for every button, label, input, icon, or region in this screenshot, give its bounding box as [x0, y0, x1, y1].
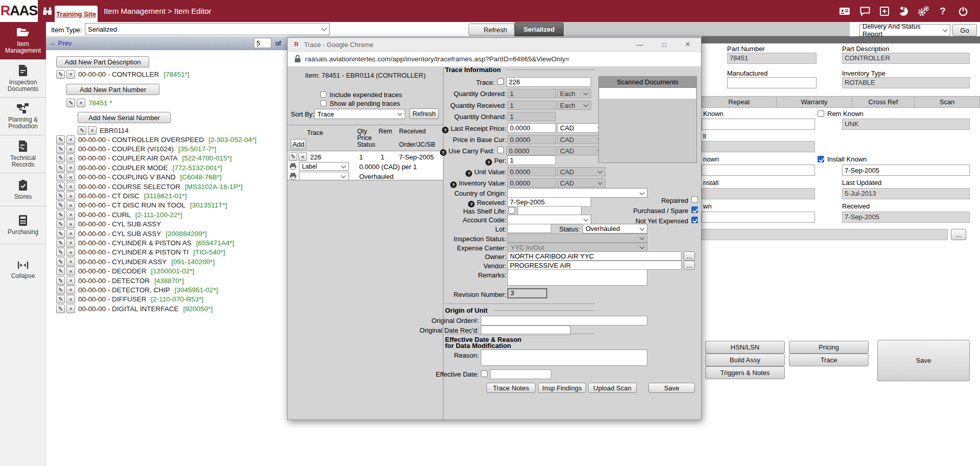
purchased-spare-checkbox[interactable] [691, 206, 698, 213]
include-expended-checkbox[interactable] [320, 91, 326, 98]
edit-icon[interactable]: ✎ [56, 295, 65, 304]
settings-gears-icon[interactable] [917, 5, 930, 18]
delete-icon[interactable]: × [66, 145, 75, 153]
qty-received-unit-select[interactable]: Each [557, 101, 591, 110]
delete-icon[interactable]: × [66, 182, 75, 191]
id-card-icon[interactable] [838, 5, 851, 18]
go-button[interactable]: Go [952, 24, 977, 36]
per-input[interactable] [507, 155, 556, 165]
edit-icon[interactable]: ✎ [66, 99, 75, 107]
delete-icon[interactable]: × [66, 258, 75, 266]
effective-date-input[interactable] [490, 369, 551, 379]
install-known-date-input[interactable] [842, 165, 970, 176]
edit-icon[interactable]: ✎ [56, 145, 65, 153]
delete-icon[interactable]: × [66, 229, 75, 238]
trace-button[interactable]: Trace [789, 354, 869, 366]
help-icon[interactable]: ? [465, 170, 472, 177]
edit-icon[interactable]: ✎ [56, 229, 65, 238]
label-print-select[interactable]: Label [299, 162, 349, 171]
edit-icon[interactable]: ✎ [56, 201, 65, 209]
delete-icon[interactable]: × [66, 305, 75, 313]
header-cell-warranty[interactable]: Warranty [777, 96, 852, 108]
manufactured-input[interactable] [727, 77, 816, 88]
add-window-icon[interactable] [878, 5, 891, 18]
sidebar-item-collapse[interactable]: Collapse [0, 254, 46, 285]
owner-input[interactable] [507, 251, 682, 261]
revision-input[interactable]: 3 [507, 288, 547, 298]
delete-icon[interactable]: × [77, 99, 85, 107]
known-input[interactable] [702, 119, 815, 130]
chat-icon[interactable] [858, 5, 872, 18]
help-icon[interactable]: ? [450, 181, 457, 188]
power-icon[interactable] [956, 5, 970, 18]
delete-icon[interactable]: × [66, 220, 75, 228]
binoculars-icon[interactable] [41, 5, 54, 18]
delete-icon[interactable]: × [66, 267, 75, 275]
pricing-button[interactable]: Pricing [789, 341, 869, 354]
delete-icon[interactable]: × [66, 154, 75, 162]
show-pending-checkbox[interactable] [320, 100, 326, 106]
build-assy-button[interactable]: Build Assy [705, 354, 785, 366]
sidebar-item-technical-records[interactable]: Technical Records [0, 135, 46, 173]
edit-icon[interactable]: ✎ [56, 135, 65, 144]
add-serial-number-button[interactable]: Add New Serial Number [78, 112, 171, 123]
save-button[interactable]: Save [877, 340, 970, 381]
help-icon[interactable]: ? [936, 5, 949, 18]
header-cell-scan[interactable]: Scan [915, 96, 980, 108]
sort-by-select[interactable]: Trace [314, 109, 405, 119]
delete-icon[interactable]: × [298, 152, 307, 161]
trace-input[interactable] [506, 77, 591, 87]
edit-icon[interactable]: ✎ [56, 211, 65, 219]
header-cell-crossref[interactable]: Cross Ref [852, 96, 915, 108]
remarks-textarea[interactable] [507, 269, 647, 286]
delete-icon[interactable]: × [66, 164, 75, 172]
not-yet-expensed-checkbox[interactable] [691, 217, 698, 223]
qty-ordered-unit-select[interactable]: Each [557, 89, 591, 98]
trace-notes-button[interactable]: Trace Notes [486, 383, 535, 393]
sidebar-item-purchasing[interactable]: Purchasing [0, 206, 46, 244]
insp-findings-button[interactable]: Insp Findings [538, 383, 586, 393]
delete-icon[interactable]: × [66, 201, 75, 209]
status-select[interactable]: Overhauled [582, 224, 647, 234]
delete-icon[interactable]: × [66, 173, 75, 181]
edit-icon[interactable]: ✎ [56, 173, 65, 181]
dialog-save-button[interactable]: Save [648, 383, 695, 393]
edit-icon[interactable]: ✎ [56, 70, 65, 79]
delete-icon[interactable]: × [66, 276, 75, 285]
delete-icon[interactable]: × [66, 211, 75, 219]
inspection-status-select[interactable] [507, 234, 647, 243]
print-icon[interactable] [289, 172, 297, 181]
edit-icon[interactable]: ✎ [56, 154, 65, 162]
item-type-select[interactable]: Serialized [85, 23, 330, 35]
triggers-notes-button[interactable]: Triggers & Notes [705, 366, 785, 379]
sidebar-item-inspection-documents[interactable]: Inspection Documents [0, 60, 46, 98]
known-date-input[interactable] [702, 165, 815, 176]
delete-icon[interactable]: × [66, 192, 75, 200]
edit-icon[interactable]: ✎ [56, 286, 65, 294]
trace-checkbox[interactable] [497, 78, 504, 85]
edit-icon[interactable]: ✎ [56, 248, 65, 257]
edit-icon[interactable]: ✎ [56, 276, 65, 285]
help-icon[interactable]: ? [485, 159, 492, 166]
reason-textarea[interactable] [481, 350, 647, 366]
account-code-select[interactable] [507, 215, 591, 224]
maximize-button[interactable]: □ [658, 39, 671, 50]
carry-fwd-checkbox[interactable] [497, 147, 504, 153]
sidebar-item-stores[interactable]: Stores [0, 173, 46, 206]
last-receipt-price-input[interactable] [507, 123, 556, 133]
delete-icon[interactable]: × [66, 286, 75, 294]
expense-center-select[interactable]: YYC In/Out [507, 243, 647, 252]
add-trace-button[interactable]: Add [291, 139, 306, 149]
tab-serialized[interactable]: Serialized [515, 22, 564, 36]
delete-icon[interactable]: × [66, 70, 75, 79]
upload-scan-button[interactable]: Upload Scan [588, 383, 637, 393]
edit-icon[interactable]: ✎ [56, 182, 65, 191]
edit-icon[interactable]: ✎ [56, 305, 65, 313]
help-icon[interactable]: ? [440, 149, 447, 156]
edit-icon[interactable]: ✎ [78, 126, 86, 135]
help-icon[interactable]: ? [468, 201, 475, 207]
pie-chart-icon[interactable] [897, 5, 911, 18]
add-part-number-button[interactable]: Add New Part Number [66, 84, 159, 95]
vendor-input[interactable] [507, 261, 682, 270]
report-print-select[interactable] [299, 172, 349, 180]
